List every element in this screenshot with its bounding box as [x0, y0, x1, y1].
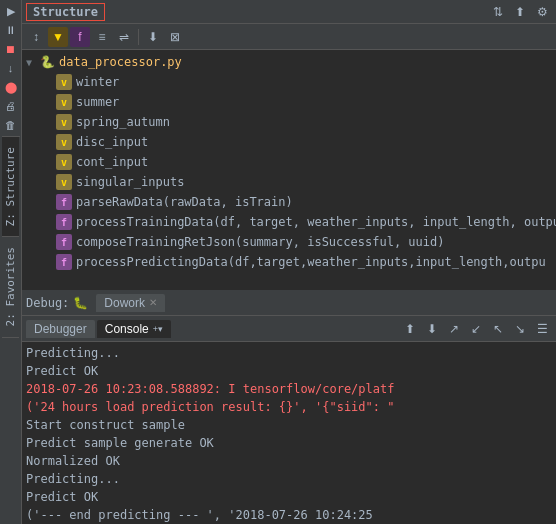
tab-console[interactable]: Console +▾: [97, 320, 171, 338]
left-sidebar: ▶ ⏸ ⏹ ↓ ⬤ 🖨 🗑 Z: Structure 2: Favorites: [0, 0, 22, 524]
debug-subtabs: Debugger Console +▾ ⬆ ⬇ ↗ ↙ ↖ ↘ ☰: [22, 316, 556, 342]
main-content: Structure ⇅ ⬆ ⚙ ↕ ▼ f ≡ ⇌ ⬇ ⊠: [22, 0, 556, 524]
export-btn[interactable]: ⬇: [143, 27, 163, 47]
icon-f-compose: f: [56, 234, 72, 250]
vtab-structure[interactable]: Z: Structure: [2, 137, 19, 237]
structure-panel-title: Structure: [26, 3, 105, 21]
debug-run-btn[interactable]: ▶: [2, 2, 20, 20]
panel-header: Structure ⇅ ⬆ ⚙: [22, 0, 556, 24]
structure-main: Structure ⇅ ⬆ ⚙ ↕ ▼ f ≡ ⇌ ⬇ ⊠: [22, 0, 556, 290]
debug-panel-container: Debug: 🐛 Dowork ✕ Debugger Console +▾: [22, 290, 556, 524]
tab-dowork[interactable]: Dowork ✕: [96, 294, 165, 312]
icon-f-predict: f: [56, 254, 72, 270]
console-plus-icon: +▾: [153, 324, 163, 334]
expand-btn[interactable]: ≡: [92, 27, 112, 47]
root-file-label: data_processor.py: [59, 55, 182, 69]
console-run-cursor[interactable]: ↘: [510, 319, 530, 339]
icon-f-process: f: [56, 214, 72, 230]
label-parse-raw: parseRawData(rawData, isTrain): [76, 195, 293, 209]
tab-debugger-label: Debugger: [34, 322, 87, 336]
collapse-btn[interactable]: ⇌: [114, 27, 134, 47]
filter-f-btn[interactable]: f: [70, 27, 90, 47]
left-sidebar-top: ▶ ⏸ ⏹ ↓ ⬤ 🖨 🗑: [2, 0, 20, 137]
label-summer: summer: [76, 95, 119, 109]
console-line-5: Start construct sample: [26, 416, 552, 434]
debug-stop-btn[interactable]: ⏹: [2, 40, 20, 58]
toolbar-filter-btn[interactable]: ⬆: [510, 2, 530, 22]
debug-delete-btn[interactable]: 🗑: [2, 116, 20, 134]
tree-item-summer[interactable]: v summer: [22, 92, 556, 112]
tree-item-process-training[interactable]: f processTrainingData(df, target, weathe…: [22, 212, 556, 232]
vtab-favorites-label: 2: Favorites: [2, 241, 19, 332]
icon-v-winter: v: [56, 74, 72, 90]
console-step-into[interactable]: ↙: [466, 319, 486, 339]
tree-item-process-predict[interactable]: f processPredictingData(df,target,weathe…: [22, 252, 556, 272]
debug-step-over-btn[interactable]: ↓: [2, 59, 20, 77]
debug-header: Debug: 🐛 Dowork ✕: [22, 290, 556, 316]
console-line-3: 2018-07-26 10:23:08.588892: I tensorflow…: [26, 380, 552, 398]
sort-alpha-btn[interactable]: ↕: [26, 27, 46, 47]
label-process-predict: processPredictingData(df,target,weather_…: [76, 255, 546, 269]
tree-item-parse-raw[interactable]: f parseRawData(rawData, isTrain): [22, 192, 556, 212]
close-unused-btn[interactable]: ⊠: [165, 27, 185, 47]
tree-item-disc-input[interactable]: v disc_input: [22, 132, 556, 152]
tree-view[interactable]: ▼ 🐍 data_processor.py v winter v summer: [22, 50, 556, 290]
debug-main: Debug: 🐛 Dowork ✕ Debugger Console +▾: [22, 290, 556, 524]
console-output[interactable]: Predicting... Predict OK 2018-07-26 10:2…: [22, 342, 556, 524]
debug-print-btn[interactable]: 🖨: [2, 97, 20, 115]
console-line-10: ('--- end predicting --- ', '2018-07-26 …: [26, 506, 552, 524]
tree-item-spring-autumn[interactable]: v spring_autumn: [22, 112, 556, 132]
structure-panel-container: Structure ⇅ ⬆ ⚙ ↕ ▼ f ≡ ⇌ ⬇ ⊠: [22, 0, 556, 290]
icon-v-singular: v: [56, 174, 72, 190]
tree-item-singular[interactable]: v singular_inputs: [22, 172, 556, 192]
console-line-7: Normalized OK: [26, 452, 552, 470]
console-line-2: Predict OK: [26, 362, 552, 380]
debug-label: Debug:: [26, 296, 69, 310]
console-more-btn[interactable]: ☰: [532, 319, 552, 339]
tab-debugger[interactable]: Debugger: [26, 320, 95, 338]
label-process-training: processTrainingData(df, target, weather_…: [76, 215, 556, 229]
vtab-favorites[interactable]: 2: Favorites: [2, 237, 19, 337]
console-line-1: Predicting...: [26, 344, 552, 362]
console-step-over[interactable]: ↗: [444, 319, 464, 339]
console-filter-btn[interactable]: ⬇: [422, 319, 442, 339]
tree-arrow-root: ▼: [26, 57, 40, 68]
debug-pause-btn[interactable]: ⏸: [2, 21, 20, 39]
python-file-icon: 🐍: [40, 55, 55, 69]
console-line-9: Predict OK: [26, 488, 552, 506]
label-spring-autumn: spring_autumn: [76, 115, 170, 129]
tree-item-winter[interactable]: v winter: [22, 72, 556, 92]
tree-root-file[interactable]: ▼ 🐍 data_processor.py: [22, 52, 556, 72]
vtab-structure-label: Z: Structure: [2, 141, 19, 232]
console-step-out[interactable]: ↖: [488, 319, 508, 339]
tab-console-label: Console: [105, 322, 149, 336]
icon-f-parse: f: [56, 194, 72, 210]
toolbar-sort-btn[interactable]: ⇅: [488, 2, 508, 22]
icon-v-cont: v: [56, 154, 72, 170]
filter-v-btn[interactable]: ▼: [48, 27, 68, 47]
label-cont-input: cont_input: [76, 155, 148, 169]
tree-item-compose[interactable]: f composeTrainingRetJson(summary, isSucc…: [22, 232, 556, 252]
left-sidebar-bottom: Z: Structure 2: Favorites: [2, 137, 19, 524]
console-clear-btn[interactable]: ⬆: [400, 319, 420, 339]
console-line-8: Predicting...: [26, 470, 552, 488]
tree-item-cont-input[interactable]: v cont_input: [22, 152, 556, 172]
tab-dowork-close[interactable]: ✕: [149, 297, 157, 308]
structure-toolbar: ↕ ▼ f ≡ ⇌ ⬇ ⊠: [22, 24, 556, 50]
label-compose: composeTrainingRetJson(summary, isSucces…: [76, 235, 444, 249]
icon-v-summer: v: [56, 94, 72, 110]
debug-breakpoint-btn[interactable]: ⬤: [2, 78, 20, 96]
panel-toolbar: ⇅ ⬆ ⚙: [488, 2, 552, 22]
label-winter: winter: [76, 75, 119, 89]
label-disc-input: disc_input: [76, 135, 148, 149]
label-singular: singular_inputs: [76, 175, 184, 189]
toolbar-separator: [138, 29, 139, 45]
toolbar-settings-btn[interactable]: ⚙: [532, 2, 552, 22]
icon-v-spring: v: [56, 114, 72, 130]
tab-dowork-label: Dowork: [104, 296, 145, 310]
icon-v-disc: v: [56, 134, 72, 150]
console-line-4: ('24 hours load prediction result: {}', …: [26, 398, 552, 416]
console-line-6: Predict sample generate OK: [26, 434, 552, 452]
